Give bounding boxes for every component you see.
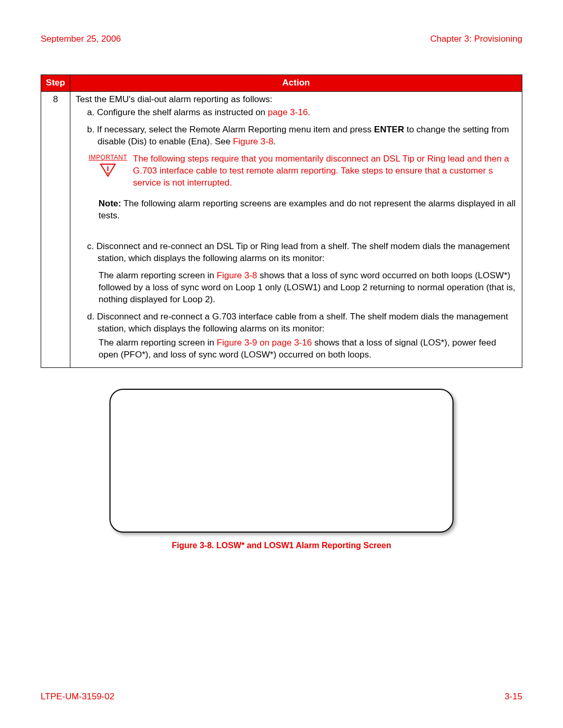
- header-chapter: Chapter 3: Provisioning: [430, 33, 522, 45]
- step-b: b. If necessary, select the Remote Alarm…: [87, 124, 517, 148]
- important-label: IMPORTANT: [87, 153, 129, 162]
- note-text: The following alarm reporting screens ar…: [99, 199, 516, 220]
- paragraph-after-d: The alarm reporting screen in Figure 3-9…: [99, 337, 517, 361]
- table-row: 8 Test the EMU's dial-out alarm reportin…: [41, 91, 522, 367]
- enter-key: ENTER: [374, 125, 405, 134]
- svg-point-2: [107, 172, 109, 174]
- important-badge: IMPORTANT: [87, 153, 129, 177]
- step-d: d. Disconnect and re-connect a G.703 int…: [87, 311, 517, 335]
- col-action: Action: [70, 75, 522, 91]
- paragraph-after-c: The alarm reporting screen in Figure 3-8…: [99, 270, 517, 306]
- page-footer: LTPE-UM-3159-02 3-15: [41, 691, 522, 703]
- footer-doc-id: LTPE-UM-3159-02: [41, 691, 114, 703]
- col-step: Step: [41, 75, 70, 91]
- important-callout: IMPORTANT The following steps require th…: [87, 153, 517, 189]
- warning-triangle-icon: [99, 163, 117, 177]
- link-page-3-16[interactable]: page 3-16: [268, 107, 308, 117]
- figure-caption: Figure 3-8. LOSW* and LOSW1 Alarm Report…: [109, 540, 454, 551]
- link-figure-3-9[interactable]: Figure 3-9 on page 3-16: [217, 338, 312, 348]
- figure-screen-placeholder: [109, 389, 454, 533]
- step-c: c. Disconnect and re-connect an DSL Tip …: [87, 241, 517, 265]
- important-text: The following steps require that you mom…: [133, 153, 517, 189]
- header-date: September 25, 2006: [41, 33, 121, 45]
- step-number: 8: [41, 91, 70, 367]
- note-block: Note: The following alarm reporting scre…: [99, 198, 517, 222]
- note-label: Note:: [99, 199, 121, 208]
- footer-page-number: 3-15: [505, 691, 522, 703]
- intro-text: Test the EMU's dial-out alarm reporting …: [76, 94, 517, 106]
- action-cell: Test the EMU's dial-out alarm reporting …: [70, 91, 522, 367]
- step-a: a. Configure the shelf alarms as instruc…: [87, 107, 517, 119]
- procedure-table: Step Action 8 Test the EMU's dial-out al…: [41, 75, 522, 368]
- link-figure-3-8[interactable]: Figure 3-8: [233, 137, 273, 146]
- page-header: September 25, 2006 Chapter 3: Provisioni…: [41, 33, 522, 45]
- figure-3-8: Figure 3-8. LOSW* and LOSW1 Alarm Report…: [109, 389, 454, 551]
- link-figure-3-8-b[interactable]: Figure 3-8: [217, 270, 257, 280]
